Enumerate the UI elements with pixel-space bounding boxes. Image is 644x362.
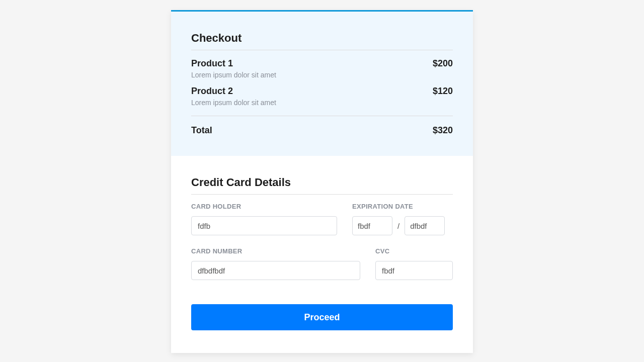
cvc-label: CVC [375, 247, 453, 255]
expiration-label: EXPIRATION DATE [352, 203, 445, 210]
exp-separator: / [397, 222, 399, 230]
total-row: Total $320 [191, 125, 453, 136]
card-number-input[interactable] [191, 261, 360, 280]
line-item: Product 1 Lorem ipsum dolor sit amet $20… [191, 58, 453, 79]
product-desc: Lorem ipsum dolor sit amet [191, 71, 276, 79]
product-name: Product 2 [191, 86, 276, 97]
proceed-button[interactable]: Proceed [191, 304, 453, 330]
total-value: $320 [433, 125, 453, 136]
product-name: Product 1 [191, 58, 276, 69]
total-label: Total [191, 125, 212, 136]
checkout-card: Checkout Product 1 Lorem ipsum dolor sit… [171, 10, 473, 353]
checkout-section: Checkout Product 1 Lorem ipsum dolor sit… [171, 12, 473, 156]
checkout-title: Checkout [191, 32, 453, 50]
credit-card-title: Credit Card Details [191, 176, 453, 195]
product-price: $120 [433, 86, 453, 97]
card-holder-input[interactable] [191, 216, 337, 235]
product-price: $200 [433, 58, 453, 69]
line-item: Product 2 Lorem ipsum dolor sit amet $12… [191, 86, 453, 107]
credit-card-section: Credit Card Details CARD HOLDER EXPIRATI… [171, 156, 473, 353]
exp-year-input[interactable] [405, 216, 445, 235]
product-desc: Lorem ipsum dolor sit amet [191, 99, 276, 107]
cvc-input[interactable] [375, 261, 453, 280]
exp-month-input[interactable] [352, 216, 392, 235]
card-number-label: CARD NUMBER [191, 247, 360, 255]
card-holder-label: CARD HOLDER [191, 203, 337, 210]
divider [191, 116, 453, 116]
